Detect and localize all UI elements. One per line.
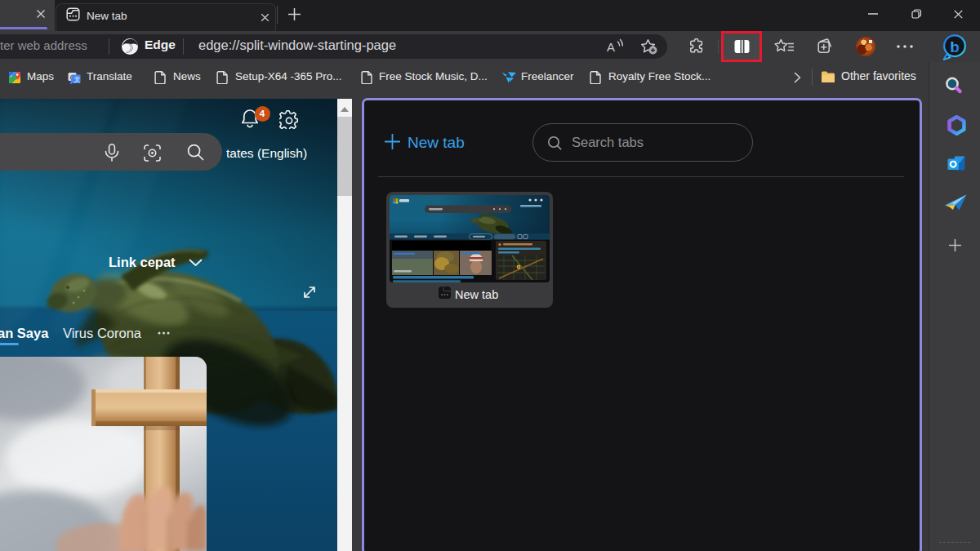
svg-text:文: 文 [74, 76, 81, 83]
svg-text:b: b [950, 38, 960, 56]
svg-text:A: A [607, 40, 615, 54]
